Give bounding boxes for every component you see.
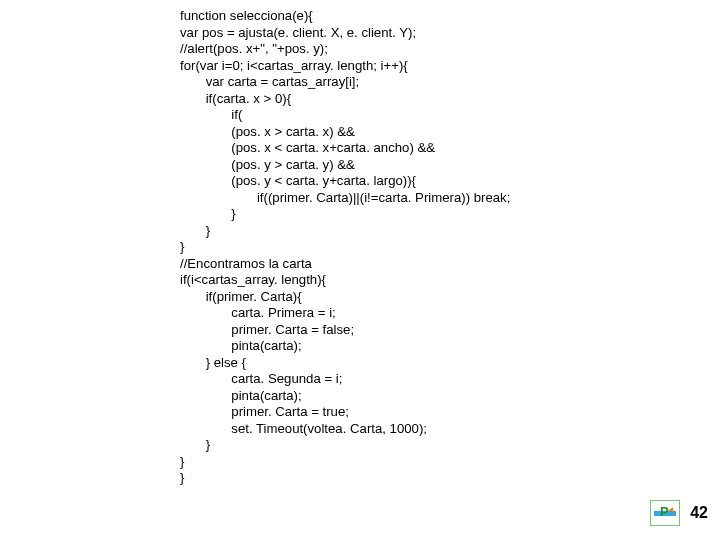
code-line: if(primer. Carta){ — [180, 289, 302, 304]
code-line: } — [180, 470, 184, 485]
code-line: (pos. y > carta. y) && — [180, 157, 355, 172]
code-line: if(carta. x > 0){ — [180, 91, 291, 106]
code-line: var carta = cartas_array[i]; — [180, 74, 359, 89]
code-line: } — [180, 223, 210, 238]
code-line: if((primer. Carta)||(i!=carta. Primera))… — [180, 190, 510, 205]
code-line: primer. Carta = true; — [180, 404, 349, 419]
code-line: } else { — [180, 355, 246, 370]
code-line: } — [180, 437, 210, 452]
code-line: pinta(carta); — [180, 338, 302, 353]
code-line: } — [180, 454, 184, 469]
code-line: //alert(pos. x+", "+pos. y); — [180, 41, 328, 56]
code-line: pinta(carta); — [180, 388, 302, 403]
code-line: } — [180, 206, 236, 221]
code-line: //Encontramos la carta — [180, 256, 312, 271]
code-block: function selecciona(e){ var pos = ajusta… — [180, 8, 510, 487]
code-line: carta. Segunda = i; — [180, 371, 342, 386]
code-line: (pos. x > carta. x) && — [180, 124, 355, 139]
code-line: (pos. x < carta. x+carta. ancho) && — [180, 140, 435, 155]
code-line: for(var i=0; i<cartas_array. length; i++… — [180, 58, 408, 73]
logo-icon: P — [650, 500, 680, 526]
code-line: primer. Carta = false; — [180, 322, 354, 337]
code-line: var pos = ajusta(e. client. X, e. client… — [180, 25, 416, 40]
code-line: function selecciona(e){ — [180, 8, 313, 23]
code-line: set. Timeout(voltea. Carta, 1000); — [180, 421, 427, 436]
code-line: (pos. y < carta. y+carta. largo)){ — [180, 173, 416, 188]
code-line: } — [180, 239, 184, 254]
code-line: if( — [180, 107, 242, 122]
code-line: carta. Primera = i; — [180, 305, 336, 320]
page-number: 42 — [690, 504, 708, 522]
code-line: if(i<cartas_array. length){ — [180, 272, 326, 287]
